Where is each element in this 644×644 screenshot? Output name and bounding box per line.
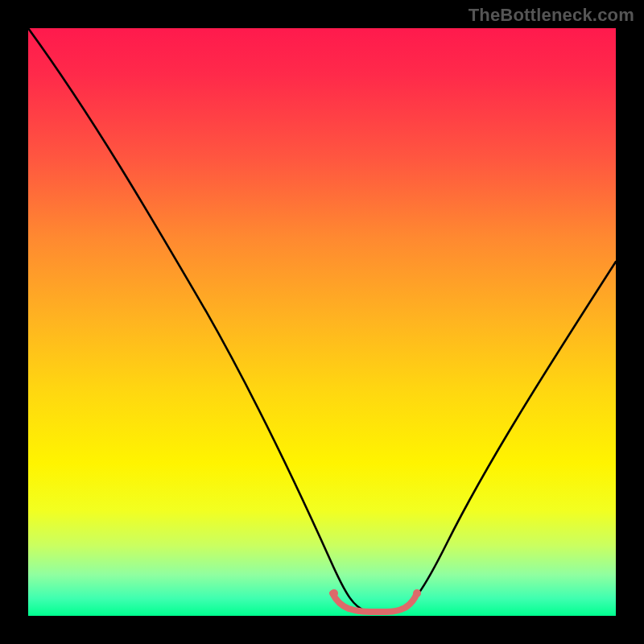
bottleneck-curve xyxy=(28,28,616,611)
plot-area xyxy=(28,28,616,616)
marker-dot-right xyxy=(413,589,421,597)
chart-frame: TheBottleneck.com xyxy=(0,0,644,644)
curve-layer xyxy=(28,28,616,616)
watermark-text: TheBottleneck.com xyxy=(469,5,634,26)
marker-dot-left xyxy=(330,589,338,597)
optimal-band-marker xyxy=(332,593,417,612)
